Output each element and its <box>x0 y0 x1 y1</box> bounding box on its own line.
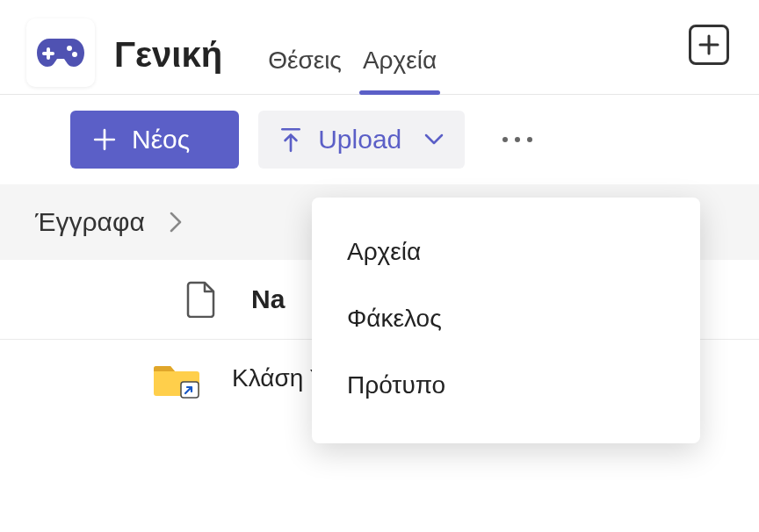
folder-shortcut-icon <box>153 357 200 399</box>
svg-point-3 <box>72 52 77 57</box>
upload-button[interactable]: Upload <box>258 111 465 169</box>
file-type-header-icon <box>186 281 216 318</box>
plus-icon <box>93 128 116 151</box>
svg-point-7 <box>527 137 532 142</box>
new-button-label: Νέος <box>132 125 190 155</box>
tab-posts[interactable]: Θέσεις <box>257 47 352 94</box>
ellipsis-icon <box>500 134 535 145</box>
upload-menu-folder[interactable]: Φάκελος <box>312 285 700 352</box>
new-button[interactable]: Νέος <box>70 111 239 169</box>
channel-header: Γενική Θέσεις Αρχεία <box>0 0 759 95</box>
add-tab-button[interactable] <box>689 25 729 65</box>
chevron-right-icon <box>170 212 182 233</box>
chevron-down-icon <box>424 133 444 146</box>
breadcrumb-root[interactable]: Έγγραφα <box>35 207 145 237</box>
files-toolbar: Νέος Upload <box>0 95 759 184</box>
upload-menu-files[interactable]: Αρχεία <box>312 219 700 285</box>
svg-point-5 <box>502 137 508 142</box>
channel-title: Γενική <box>114 35 222 75</box>
plus-icon <box>698 34 719 55</box>
svg-point-6 <box>515 137 520 142</box>
tabs: Θέσεις Αρχεία <box>257 16 447 94</box>
column-name-header[interactable]: Na <box>251 284 285 314</box>
svg-point-2 <box>67 46 72 51</box>
gamepad-icon <box>36 35 85 70</box>
upload-icon <box>279 126 302 153</box>
svg-rect-1 <box>42 52 54 55</box>
tab-files[interactable]: Αρχεία <box>352 47 447 94</box>
document-icon <box>186 281 216 318</box>
upload-dropdown: Αρχεία Φάκελος Πρότυπο <box>312 198 700 443</box>
more-actions-button[interactable] <box>500 134 535 145</box>
team-avatar <box>26 18 95 87</box>
upload-button-label: Upload <box>318 125 401 155</box>
upload-menu-template[interactable]: Πρότυπο <box>312 352 700 419</box>
